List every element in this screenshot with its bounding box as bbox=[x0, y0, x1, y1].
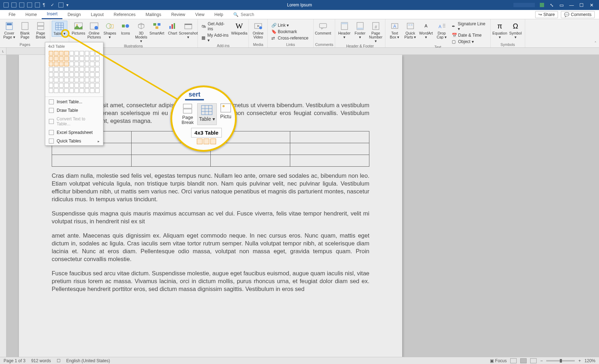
grid-cell[interactable] bbox=[54, 67, 58, 72]
grid-cell[interactable] bbox=[54, 51, 58, 56]
search-input[interactable] bbox=[241, 12, 269, 17]
comment-button[interactable]: Comment bbox=[315, 21, 331, 36]
page-break-button[interactable]: Page Break bbox=[33, 21, 48, 40]
print-layout-button[interactable] bbox=[520, 358, 527, 363]
ruler-corner[interactable]: L bbox=[0, 48, 6, 54]
page-count[interactable]: Page 1 of 3 bbox=[4, 358, 25, 363]
tab-references[interactable]: References bbox=[109, 10, 140, 19]
grid-cell[interactable] bbox=[75, 72, 79, 77]
quick-parts-button[interactable]: Quick Parts ▾ bbox=[403, 21, 418, 40]
grid-cell[interactable] bbox=[59, 56, 63, 61]
grid-cell[interactable] bbox=[80, 88, 84, 93]
grid-cell[interactable] bbox=[75, 88, 79, 93]
header-button[interactable]: Header ▾ bbox=[337, 21, 352, 40]
table-button[interactable]: Table ▾ bbox=[52, 21, 67, 37]
qat-icon[interactable]: ✓ bbox=[51, 2, 56, 7]
online-video-button[interactable]: Online Video bbox=[250, 21, 266, 40]
grid-cell[interactable] bbox=[90, 51, 94, 56]
quick-tables-menuitem[interactable]: Quick Tables▸ bbox=[45, 137, 103, 145]
zoom-slider[interactable] bbox=[546, 360, 575, 362]
grid-cell[interactable] bbox=[70, 51, 74, 56]
qat-icon[interactable] bbox=[11, 2, 16, 7]
online-pictures-button[interactable]: Online Pictures bbox=[86, 21, 102, 40]
grid-cell[interactable] bbox=[85, 83, 89, 88]
grid-cell[interactable] bbox=[95, 51, 99, 56]
grid-cell[interactable] bbox=[59, 67, 63, 72]
grid-cell[interactable] bbox=[75, 56, 79, 61]
grid-cell[interactable] bbox=[70, 67, 74, 72]
grid-cell[interactable] bbox=[70, 62, 74, 66]
maximize-icon[interactable]: ☐ bbox=[579, 2, 584, 7]
language-status[interactable]: English (United States) bbox=[66, 358, 110, 363]
grid-cell[interactable] bbox=[64, 88, 68, 93]
grid-cell[interactable] bbox=[49, 72, 53, 77]
chart-button[interactable]: Chart bbox=[165, 21, 180, 36]
web-layout-button[interactable] bbox=[530, 358, 537, 363]
grid-cell[interactable] bbox=[95, 78, 99, 82]
grid-cell[interactable] bbox=[90, 72, 94, 77]
grid-cell[interactable] bbox=[64, 56, 68, 61]
close-icon[interactable]: ✕ bbox=[589, 2, 594, 7]
grid-cell[interactable] bbox=[49, 51, 53, 56]
qat-icon[interactable]: ¶ bbox=[43, 2, 48, 7]
qat-icon[interactable] bbox=[35, 2, 40, 7]
qat-icon[interactable] bbox=[19, 2, 24, 7]
get-addins-button[interactable]: 🛍Get Add-ins bbox=[199, 21, 231, 32]
cross-reference-button[interactable]: ⇄Cross-reference bbox=[269, 35, 312, 41]
screenshot-button[interactable]: Screenshot ▾ bbox=[180, 21, 196, 40]
grid-cell[interactable] bbox=[90, 62, 94, 66]
table-size-picker[interactable] bbox=[45, 50, 103, 96]
grid-cell[interactable] bbox=[75, 83, 79, 88]
minimize-icon[interactable]: ― bbox=[569, 2, 574, 7]
grid-cell[interactable] bbox=[90, 56, 94, 61]
grid-cell[interactable] bbox=[85, 67, 89, 72]
save-icon[interactable] bbox=[4, 2, 9, 7]
zoom-in-button[interactable]: + bbox=[578, 358, 581, 363]
read-mode-button[interactable] bbox=[510, 358, 517, 363]
grid-cell[interactable] bbox=[54, 56, 58, 61]
grid-cell[interactable] bbox=[85, 72, 89, 77]
smartart-button[interactable]: SmartArt bbox=[149, 21, 165, 36]
wikipedia-button[interactable]: WWikipedia bbox=[231, 21, 247, 36]
word-count[interactable]: 912 words bbox=[31, 358, 51, 363]
comments-button[interactable]: 💬Comments bbox=[561, 11, 595, 18]
date-time-button[interactable]: 📅Date & Time bbox=[450, 32, 489, 38]
vertical-ruler[interactable] bbox=[0, 55, 6, 357]
grid-cell[interactable] bbox=[54, 62, 58, 66]
draw-table-menuitem[interactable]: Draw Table bbox=[45, 106, 103, 115]
grid-cell[interactable] bbox=[70, 78, 74, 82]
3d-models-button[interactable]: 3D Models ▾ bbox=[133, 21, 149, 44]
ribbon-options-icon[interactable]: ⤡ bbox=[549, 2, 554, 7]
grid-cell[interactable] bbox=[80, 72, 84, 77]
symbol-button[interactable]: ΩSymbol ▾ bbox=[508, 21, 523, 40]
drop-cap-button[interactable]: ADrop Cap ▾ bbox=[434, 21, 450, 40]
grid-cell[interactable] bbox=[95, 83, 99, 88]
tab-help[interactable]: Help bbox=[209, 10, 228, 19]
grid-cell[interactable] bbox=[59, 62, 63, 66]
grid-cell[interactable] bbox=[90, 83, 94, 88]
grid-cell[interactable] bbox=[75, 67, 79, 72]
account-area[interactable] bbox=[513, 3, 535, 7]
link-button[interactable]: 🔗Link ▾ bbox=[269, 22, 312, 28]
icons-button[interactable]: Icons bbox=[118, 21, 133, 36]
grid-cell[interactable] bbox=[49, 62, 53, 66]
grid-cell[interactable] bbox=[95, 72, 99, 77]
bookmark-button[interactable]: 🔖Bookmark bbox=[269, 28, 312, 35]
grid-cell[interactable] bbox=[59, 72, 63, 77]
tab-design[interactable]: Design bbox=[62, 10, 86, 19]
proofing-icon[interactable]: ☐ bbox=[57, 358, 61, 363]
tab-file[interactable]: File bbox=[4, 10, 20, 19]
grid-cell[interactable] bbox=[59, 88, 63, 93]
grid-cell[interactable] bbox=[85, 51, 89, 56]
grid-cell[interactable] bbox=[49, 56, 53, 61]
insert-table-menuitem[interactable]: Insert Table... bbox=[45, 98, 103, 106]
grid-cell[interactable] bbox=[75, 51, 79, 56]
grid-cell[interactable] bbox=[49, 67, 53, 72]
grid-cell[interactable] bbox=[80, 67, 84, 72]
grid-cell[interactable] bbox=[59, 83, 63, 88]
focus-mode-button[interactable]: ▣ Focus bbox=[490, 358, 507, 363]
grid-cell[interactable] bbox=[64, 67, 68, 72]
grid-cell[interactable] bbox=[90, 78, 94, 82]
zoom-out-button[interactable]: − bbox=[540, 358, 543, 363]
tab-layout[interactable]: Layout bbox=[86, 10, 109, 19]
